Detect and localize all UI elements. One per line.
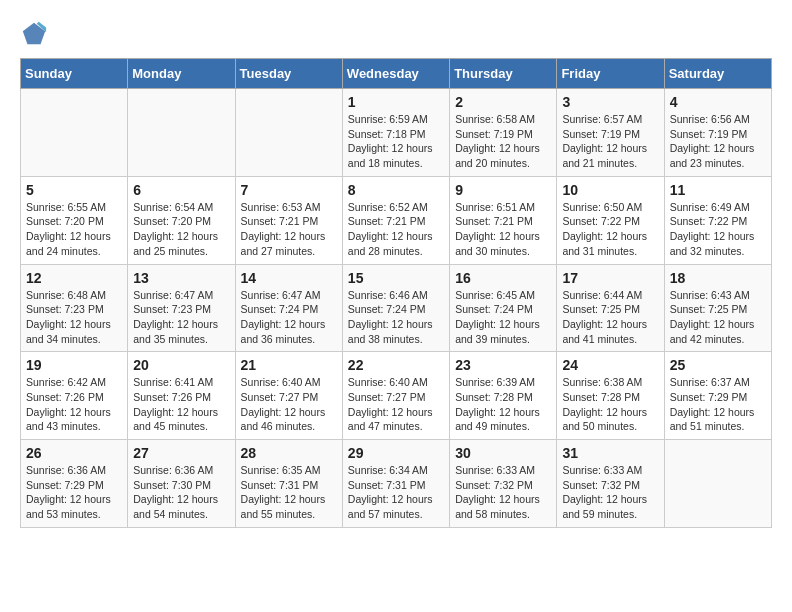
day-number: 3 [562, 94, 658, 110]
weekday-header-wednesday: Wednesday [342, 59, 449, 89]
calendar-cell: 6Sunrise: 6:54 AM Sunset: 7:20 PM Daylig… [128, 176, 235, 264]
day-number: 4 [670, 94, 766, 110]
calendar-cell: 8Sunrise: 6:52 AM Sunset: 7:21 PM Daylig… [342, 176, 449, 264]
day-number: 12 [26, 270, 122, 286]
calendar-cell: 18Sunrise: 6:43 AM Sunset: 7:25 PM Dayli… [664, 264, 771, 352]
day-info: Sunrise: 6:53 AM Sunset: 7:21 PM Dayligh… [241, 200, 337, 259]
day-number: 9 [455, 182, 551, 198]
day-number: 31 [562, 445, 658, 461]
calendar-cell: 19Sunrise: 6:42 AM Sunset: 7:26 PM Dayli… [21, 352, 128, 440]
calendar-cell [128, 89, 235, 177]
day-number: 11 [670, 182, 766, 198]
day-info: Sunrise: 6:36 AM Sunset: 7:29 PM Dayligh… [26, 463, 122, 522]
calendar-cell: 10Sunrise: 6:50 AM Sunset: 7:22 PM Dayli… [557, 176, 664, 264]
calendar-cell: 1Sunrise: 6:59 AM Sunset: 7:18 PM Daylig… [342, 89, 449, 177]
day-info: Sunrise: 6:49 AM Sunset: 7:22 PM Dayligh… [670, 200, 766, 259]
calendar-cell [664, 440, 771, 528]
day-info: Sunrise: 6:47 AM Sunset: 7:23 PM Dayligh… [133, 288, 229, 347]
day-info: Sunrise: 6:55 AM Sunset: 7:20 PM Dayligh… [26, 200, 122, 259]
day-info: Sunrise: 6:42 AM Sunset: 7:26 PM Dayligh… [26, 375, 122, 434]
day-info: Sunrise: 6:34 AM Sunset: 7:31 PM Dayligh… [348, 463, 444, 522]
day-info: Sunrise: 6:36 AM Sunset: 7:30 PM Dayligh… [133, 463, 229, 522]
day-number: 8 [348, 182, 444, 198]
day-info: Sunrise: 6:46 AM Sunset: 7:24 PM Dayligh… [348, 288, 444, 347]
day-number: 6 [133, 182, 229, 198]
day-info: Sunrise: 6:54 AM Sunset: 7:20 PM Dayligh… [133, 200, 229, 259]
day-info: Sunrise: 6:45 AM Sunset: 7:24 PM Dayligh… [455, 288, 551, 347]
day-info: Sunrise: 6:37 AM Sunset: 7:29 PM Dayligh… [670, 375, 766, 434]
calendar-week-row: 26Sunrise: 6:36 AM Sunset: 7:29 PM Dayli… [21, 440, 772, 528]
calendar-cell: 25Sunrise: 6:37 AM Sunset: 7:29 PM Dayli… [664, 352, 771, 440]
weekday-header-monday: Monday [128, 59, 235, 89]
day-number: 7 [241, 182, 337, 198]
day-number: 30 [455, 445, 551, 461]
calendar-cell: 3Sunrise: 6:57 AM Sunset: 7:19 PM Daylig… [557, 89, 664, 177]
day-info: Sunrise: 6:40 AM Sunset: 7:27 PM Dayligh… [348, 375, 444, 434]
calendar-cell [235, 89, 342, 177]
day-info: Sunrise: 6:57 AM Sunset: 7:19 PM Dayligh… [562, 112, 658, 171]
calendar-week-row: 19Sunrise: 6:42 AM Sunset: 7:26 PM Dayli… [21, 352, 772, 440]
day-info: Sunrise: 6:52 AM Sunset: 7:21 PM Dayligh… [348, 200, 444, 259]
calendar-cell: 7Sunrise: 6:53 AM Sunset: 7:21 PM Daylig… [235, 176, 342, 264]
calendar-week-row: 1Sunrise: 6:59 AM Sunset: 7:18 PM Daylig… [21, 89, 772, 177]
calendar-cell: 20Sunrise: 6:41 AM Sunset: 7:26 PM Dayli… [128, 352, 235, 440]
calendar-cell: 31Sunrise: 6:33 AM Sunset: 7:32 PM Dayli… [557, 440, 664, 528]
day-info: Sunrise: 6:51 AM Sunset: 7:21 PM Dayligh… [455, 200, 551, 259]
calendar-cell: 30Sunrise: 6:33 AM Sunset: 7:32 PM Dayli… [450, 440, 557, 528]
day-number: 13 [133, 270, 229, 286]
day-number: 10 [562, 182, 658, 198]
calendar-cell: 28Sunrise: 6:35 AM Sunset: 7:31 PM Dayli… [235, 440, 342, 528]
calendar-cell: 22Sunrise: 6:40 AM Sunset: 7:27 PM Dayli… [342, 352, 449, 440]
day-number: 15 [348, 270, 444, 286]
day-number: 19 [26, 357, 122, 373]
day-info: Sunrise: 6:39 AM Sunset: 7:28 PM Dayligh… [455, 375, 551, 434]
day-number: 29 [348, 445, 444, 461]
day-number: 17 [562, 270, 658, 286]
calendar-cell: 5Sunrise: 6:55 AM Sunset: 7:20 PM Daylig… [21, 176, 128, 264]
day-info: Sunrise: 6:33 AM Sunset: 7:32 PM Dayligh… [455, 463, 551, 522]
day-number: 1 [348, 94, 444, 110]
calendar-cell: 17Sunrise: 6:44 AM Sunset: 7:25 PM Dayli… [557, 264, 664, 352]
day-info: Sunrise: 6:48 AM Sunset: 7:23 PM Dayligh… [26, 288, 122, 347]
calendar-cell: 26Sunrise: 6:36 AM Sunset: 7:29 PM Dayli… [21, 440, 128, 528]
day-info: Sunrise: 6:43 AM Sunset: 7:25 PM Dayligh… [670, 288, 766, 347]
weekday-header-friday: Friday [557, 59, 664, 89]
calendar-cell: 4Sunrise: 6:56 AM Sunset: 7:19 PM Daylig… [664, 89, 771, 177]
day-number: 23 [455, 357, 551, 373]
weekday-header-thursday: Thursday [450, 59, 557, 89]
calendar-cell: 15Sunrise: 6:46 AM Sunset: 7:24 PM Dayli… [342, 264, 449, 352]
logo [20, 20, 52, 48]
day-number: 21 [241, 357, 337, 373]
day-info: Sunrise: 6:44 AM Sunset: 7:25 PM Dayligh… [562, 288, 658, 347]
calendar-cell: 27Sunrise: 6:36 AM Sunset: 7:30 PM Dayli… [128, 440, 235, 528]
calendar-cell: 29Sunrise: 6:34 AM Sunset: 7:31 PM Dayli… [342, 440, 449, 528]
day-number: 14 [241, 270, 337, 286]
calendar-cell: 9Sunrise: 6:51 AM Sunset: 7:21 PM Daylig… [450, 176, 557, 264]
day-number: 22 [348, 357, 444, 373]
calendar-cell: 21Sunrise: 6:40 AM Sunset: 7:27 PM Dayli… [235, 352, 342, 440]
day-number: 28 [241, 445, 337, 461]
calendar-week-row: 5Sunrise: 6:55 AM Sunset: 7:20 PM Daylig… [21, 176, 772, 264]
day-number: 5 [26, 182, 122, 198]
logo-icon [20, 20, 48, 48]
day-info: Sunrise: 6:33 AM Sunset: 7:32 PM Dayligh… [562, 463, 658, 522]
day-info: Sunrise: 6:41 AM Sunset: 7:26 PM Dayligh… [133, 375, 229, 434]
day-number: 2 [455, 94, 551, 110]
day-number: 27 [133, 445, 229, 461]
calendar-cell: 13Sunrise: 6:47 AM Sunset: 7:23 PM Dayli… [128, 264, 235, 352]
day-info: Sunrise: 6:38 AM Sunset: 7:28 PM Dayligh… [562, 375, 658, 434]
day-info: Sunrise: 6:50 AM Sunset: 7:22 PM Dayligh… [562, 200, 658, 259]
day-info: Sunrise: 6:40 AM Sunset: 7:27 PM Dayligh… [241, 375, 337, 434]
day-number: 26 [26, 445, 122, 461]
calendar-cell: 24Sunrise: 6:38 AM Sunset: 7:28 PM Dayli… [557, 352, 664, 440]
day-number: 20 [133, 357, 229, 373]
calendar-table: SundayMondayTuesdayWednesdayThursdayFrid… [20, 58, 772, 528]
day-number: 16 [455, 270, 551, 286]
day-info: Sunrise: 6:59 AM Sunset: 7:18 PM Dayligh… [348, 112, 444, 171]
weekday-header-saturday: Saturday [664, 59, 771, 89]
weekday-header-sunday: Sunday [21, 59, 128, 89]
day-number: 18 [670, 270, 766, 286]
day-info: Sunrise: 6:56 AM Sunset: 7:19 PM Dayligh… [670, 112, 766, 171]
day-number: 25 [670, 357, 766, 373]
day-number: 24 [562, 357, 658, 373]
